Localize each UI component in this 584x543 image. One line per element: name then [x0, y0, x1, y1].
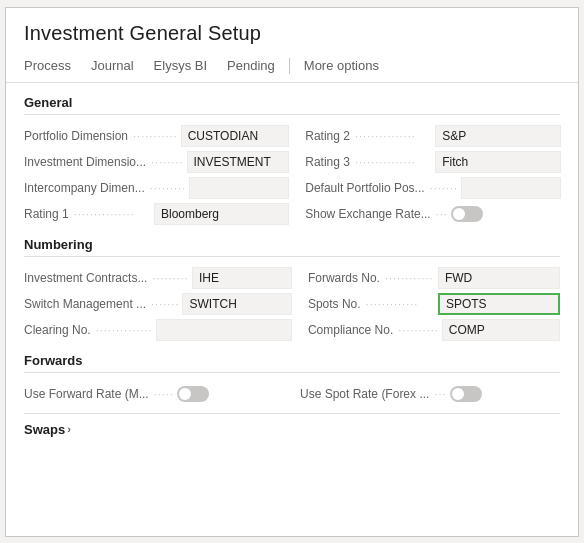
- label-rating2: Rating 2: [305, 129, 350, 143]
- field-rating2: Rating 2 ··············· S&P: [305, 123, 561, 149]
- swaps-chevron-icon: ›: [67, 423, 71, 435]
- label-use-spot-rate: Use Spot Rate (Forex ...: [300, 387, 429, 401]
- field-spots-no: Spots No. ············· SPOTS: [308, 291, 560, 317]
- label-switch-management: Switch Management ...: [24, 297, 146, 311]
- toggle-use-spot-rate[interactable]: [450, 386, 482, 402]
- forwards-left-col: Use Forward Rate (M... ·····: [24, 381, 284, 407]
- label-clearing-no: Clearing No.: [24, 323, 91, 337]
- value-spots-no[interactable]: SPOTS: [438, 293, 560, 315]
- label-use-forward-rate: Use Forward Rate (M...: [24, 387, 149, 401]
- field-clearing-no: Clearing No. ··············: [24, 317, 292, 343]
- value-investment-dimension[interactable]: INVESTMENT: [187, 151, 290, 173]
- swaps-link[interactable]: Swaps ›: [24, 422, 71, 437]
- general-fields: Portfolio Dimension ··········· CUSTODIA…: [24, 123, 560, 227]
- title-bar: Investment General Setup: [6, 8, 578, 51]
- general-left-col: Portfolio Dimension ··········· CUSTODIA…: [24, 123, 289, 227]
- field-intercompany-dimension: Intercompany Dimen... ·········: [24, 175, 289, 201]
- field-use-spot-rate: Use Spot Rate (Forex ... ···: [300, 381, 560, 407]
- field-show-exchange-rate: Show Exchange Rate... ···: [305, 201, 561, 227]
- value-forwards-no[interactable]: FWD: [438, 267, 560, 289]
- nav-more-options[interactable]: More options: [294, 50, 389, 82]
- main-window: Investment General Setup Process Journal…: [5, 7, 579, 537]
- forwards-fields: Use Forward Rate (M... ····· Use Spot Ra…: [24, 381, 560, 407]
- value-clearing-no[interactable]: [156, 319, 292, 341]
- swaps-label: Swaps: [24, 422, 65, 437]
- value-intercompany-dimension[interactable]: [189, 177, 289, 199]
- nav-bar: Process Journal Elysys BI Pending More o…: [6, 51, 578, 83]
- field-rating1: Rating 1 ··············· Bloomberg: [24, 201, 289, 227]
- swaps-section: Swaps ›: [24, 413, 560, 437]
- label-show-exchange-rate: Show Exchange Rate...: [305, 207, 430, 221]
- label-rating3: Rating 3: [305, 155, 350, 169]
- value-switch-management[interactable]: SWITCH: [182, 293, 291, 315]
- label-investment-dimension: Investment Dimensio...: [24, 155, 146, 169]
- numbering-left-col: Investment Contracts... ········· IHE Sw…: [24, 265, 292, 343]
- toggle-show-exchange-rate[interactable]: [451, 206, 483, 222]
- page-title: Investment General Setup: [24, 22, 560, 45]
- field-investment-dimension: Investment Dimensio... ········ INVESTME…: [24, 149, 289, 175]
- label-investment-contracts: Investment Contracts...: [24, 271, 147, 285]
- nav-process[interactable]: Process: [24, 50, 81, 82]
- field-switch-management: Switch Management ... ······· SWITCH: [24, 291, 292, 317]
- label-forwards-no: Forwards No.: [308, 271, 380, 285]
- value-rating2[interactable]: S&P: [435, 125, 561, 147]
- toggle-use-forward-rate[interactable]: [177, 386, 209, 402]
- numbering-fields: Investment Contracts... ········· IHE Sw…: [24, 265, 560, 343]
- value-rating3[interactable]: Fitch: [435, 151, 561, 173]
- label-spots-no: Spots No.: [308, 297, 361, 311]
- label-intercompany-dimension: Intercompany Dimen...: [24, 181, 145, 195]
- nav-journal[interactable]: Journal: [81, 50, 144, 82]
- label-compliance-no: Compliance No.: [308, 323, 393, 337]
- field-use-forward-rate: Use Forward Rate (M... ·····: [24, 381, 284, 407]
- section-numbering-title: Numbering: [24, 237, 560, 257]
- section-general-title: General: [24, 95, 560, 115]
- content-area: General Portfolio Dimension ··········· …: [6, 83, 578, 536]
- field-default-portfolio-pos: Default Portfolio Pos... ·······: [305, 175, 561, 201]
- label-portfolio-dimension: Portfolio Dimension: [24, 129, 128, 143]
- value-default-portfolio-pos[interactable]: [461, 177, 561, 199]
- field-portfolio-dimension: Portfolio Dimension ··········· CUSTODIA…: [24, 123, 289, 149]
- section-forwards-title: Forwards: [24, 353, 560, 373]
- value-investment-contracts[interactable]: IHE: [192, 267, 292, 289]
- field-forwards-no: Forwards No. ············ FWD: [308, 265, 560, 291]
- forwards-right-col: Use Spot Rate (Forex ... ···: [300, 381, 560, 407]
- nav-pending[interactable]: Pending: [217, 50, 285, 82]
- field-investment-contracts: Investment Contracts... ········· IHE: [24, 265, 292, 291]
- nav-elysys-bi[interactable]: Elysys BI: [144, 50, 217, 82]
- numbering-right-col: Forwards No. ············ FWD Spots No. …: [308, 265, 560, 343]
- general-right-col: Rating 2 ··············· S&P Rating 3 ··…: [305, 123, 561, 227]
- label-default-portfolio-pos: Default Portfolio Pos...: [305, 181, 424, 195]
- field-rating3: Rating 3 ··············· Fitch: [305, 149, 561, 175]
- value-portfolio-dimension[interactable]: CUSTODIAN: [181, 125, 290, 147]
- field-compliance-no: Compliance No. ·········· COMP: [308, 317, 560, 343]
- value-compliance-no[interactable]: COMP: [442, 319, 560, 341]
- value-rating1[interactable]: Bloomberg: [154, 203, 289, 225]
- nav-separator: [289, 58, 290, 74]
- label-rating1: Rating 1: [24, 207, 69, 221]
